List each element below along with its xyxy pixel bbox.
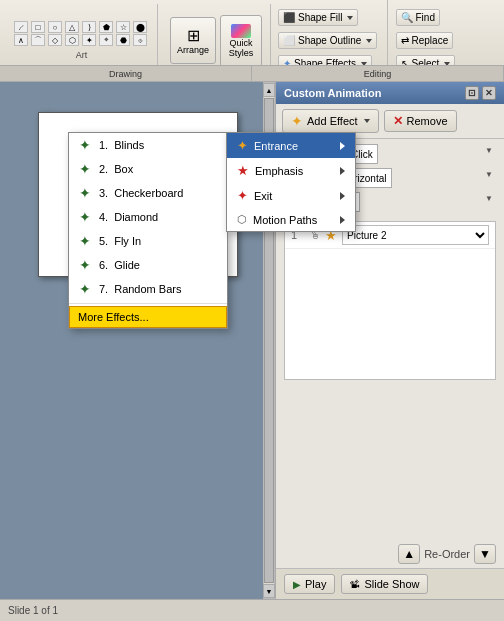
drawing-section-label: Drawing <box>0 66 252 81</box>
editing-section-label: Editing <box>252 66 504 81</box>
more-effects-label: More Effects... <box>78 311 149 323</box>
menu-item-glide[interactable]: ✦ 6. Glide <box>69 253 227 277</box>
quick-styles-button[interactable]: Quick Styles <box>220 15 262 67</box>
shape-cell[interactable]: ⬟ <box>99 21 113 33</box>
shape-cell[interactable]: ⌖ <box>99 34 113 46</box>
remove-icon: ✕ <box>393 114 403 128</box>
fly-in-number: 5. <box>99 235 108 247</box>
diamond-number: 4. <box>99 211 108 223</box>
scroll-up-btn[interactable]: ▲ <box>263 83 275 97</box>
motion-paths-icon: ⬡ <box>237 213 247 226</box>
menu-item-blinds[interactable]: ✦ 1. Blinds <box>69 133 227 157</box>
shape-cell[interactable]: ∧ <box>14 34 28 46</box>
emphasis-arrow <box>340 167 345 175</box>
playback-section: ▶ Play 📽 Slide Show <box>276 568 504 599</box>
toolbar-sections: Drawing Editing <box>0 65 504 81</box>
panel-close-btn[interactable]: ✕ <box>482 86 496 100</box>
submenu-item-exit[interactable]: ✦ Exit <box>227 183 355 208</box>
add-star-icon: ✦ <box>291 113 303 129</box>
shape-cell[interactable]: ⟐ <box>133 34 147 46</box>
remove-button[interactable]: ✕ Remove <box>384 110 457 132</box>
outline-icon: ⬜ <box>283 35 295 46</box>
replace-label: Replace <box>412 35 449 46</box>
titlebar-controls: ⊡ ✕ <box>465 86 496 100</box>
shape-tools-row: ⬛ Shape Fill <box>278 9 379 26</box>
arrange-button[interactable]: ⊞ Arrange <box>170 17 216 64</box>
shape-outline-label: Shape Outline <box>298 35 361 46</box>
shape-fill-label: Shape Fill <box>298 12 342 23</box>
shape-cell[interactable]: ◇ <box>48 34 62 46</box>
reorder-down-btn[interactable]: ▼ <box>474 544 496 564</box>
checkerboard-label: Checkerboard <box>114 187 183 199</box>
find-button[interactable]: 🔍 Find <box>396 9 440 26</box>
slideshow-label: Slide Show <box>364 578 419 590</box>
add-effect-label: Add Effect <box>307 115 358 127</box>
shape-outline-button[interactable]: ⬜ Shape Outline <box>278 32 377 49</box>
shape-cell[interactable]: ⬣ <box>116 34 130 46</box>
shape-cell[interactable]: ⬤ <box>133 21 147 33</box>
shape-cell[interactable]: ⌒ <box>31 34 45 46</box>
menu-item-fly-in[interactable]: ✦ 5. Fly In <box>69 229 227 253</box>
random-bars-number: 7. <box>99 283 108 295</box>
random-bars-label: Random Bars <box>114 283 181 295</box>
fly-in-icon: ✦ <box>77 233 93 249</box>
submenu-item-motion-paths[interactable]: ⬡ Motion Paths <box>227 208 355 231</box>
anim-item-select[interactable]: Picture 2 <box>342 225 489 245</box>
shape-cell[interactable]: □ <box>31 21 45 33</box>
emphasis-label: Emphasis <box>255 165 303 177</box>
menu-item-checkerboard[interactable]: ✦ 3. Checkerboard <box>69 181 227 205</box>
add-effect-button[interactable]: ✦ Add Effect <box>282 109 379 133</box>
menu-item-more-effects[interactable]: More Effects... <box>69 306 227 328</box>
shape-cell[interactable]: ✦ <box>82 34 96 46</box>
reorder-up-btn[interactable]: ▲ <box>398 544 420 564</box>
shape-cell[interactable]: ⟩ <box>82 21 96 33</box>
slideshow-button[interactable]: 📽 Slide Show <box>341 574 428 594</box>
add-effect-arrow <box>364 119 370 123</box>
shape-cell[interactable]: ☆ <box>116 21 130 33</box>
remove-label: Remove <box>407 115 448 127</box>
quick-styles-icon <box>231 24 251 38</box>
play-icon: ▶ <box>293 579 301 590</box>
reorder-label: Re-Order <box>424 548 470 560</box>
blinds-number: 1. <box>99 139 108 151</box>
shapes-grid: ⟋ □ ○ △ ⟩ ⬟ ☆ ⬤ ∧ ⌒ ◇ ⬡ ✦ ⌖ ⬣ ⟐ <box>14 21 149 46</box>
submenu-item-entrance[interactable]: ✦ Entrance <box>227 133 355 158</box>
exit-label: Exit <box>254 190 272 202</box>
replace-icon: ⇄ <box>401 35 409 46</box>
blinds-label: Blinds <box>114 139 144 151</box>
entrance-arrow <box>340 142 345 150</box>
shape-cell[interactable]: ⬡ <box>65 34 79 46</box>
shape-fill-button[interactable]: ⬛ Shape Fill <box>278 9 358 26</box>
submenu: ✦ Entrance ★ Emphasis ✦ Exit ⬡ Motion Pa… <box>226 132 356 232</box>
box-icon: ✦ <box>77 161 93 177</box>
shape-cell[interactable]: ○ <box>48 21 62 33</box>
box-number: 2. <box>99 163 108 175</box>
shapes-label: Art <box>76 50 88 60</box>
paint-bucket-icon: ⬛ <box>283 12 295 23</box>
find-icon: 🔍 <box>401 12 413 23</box>
diamond-label: Diamond <box>114 211 158 223</box>
scroll-down-btn[interactable]: ▼ <box>263 584 275 598</box>
menu-divider <box>69 303 227 304</box>
panel-resize-btn[interactable]: ⊡ <box>465 86 479 100</box>
menu-item-random-bars[interactable]: ✦ 7. Random Bars <box>69 277 227 301</box>
fly-in-label: Fly In <box>114 235 141 247</box>
play-button[interactable]: ▶ Play <box>284 574 335 594</box>
box-label: Box <box>114 163 133 175</box>
emphasis-icon: ★ <box>237 163 249 178</box>
glide-number: 6. <box>99 259 108 271</box>
motion-paths-arrow <box>340 216 345 224</box>
menu-item-diamond[interactable]: ✦ 4. Diamond <box>69 205 227 229</box>
shape-cell[interactable]: ⟋ <box>14 21 28 33</box>
shape-cell[interactable]: △ <box>65 21 79 33</box>
context-menu: ✦ 1. Blinds ✦ 2. Box ✦ 3. Checkerboard ✦… <box>68 132 228 329</box>
exit-arrow <box>340 192 345 200</box>
menu-item-box[interactable]: ✦ 2. Box <box>69 157 227 181</box>
replace-button[interactable]: ⇄ Replace <box>396 32 454 49</box>
reorder-section: ▲ Re-Order ▼ <box>276 540 504 568</box>
main-area: ✦ 1. Blinds ✦ 2. Box ✦ 3. Checkerboard ✦… <box>0 82 504 599</box>
slideshow-icon: 📽 <box>350 579 360 590</box>
panel-spacer <box>276 384 504 541</box>
entrance-label: Entrance <box>254 140 298 152</box>
submenu-item-emphasis[interactable]: ★ Emphasis <box>227 158 355 183</box>
